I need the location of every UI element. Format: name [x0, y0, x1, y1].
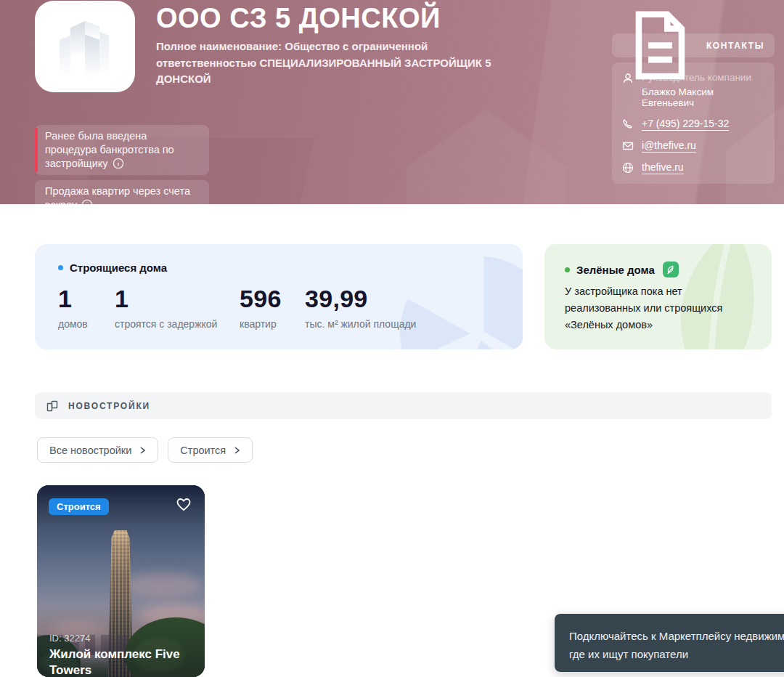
tag-bankruptcy-label: Ранее была введена процедура банкротства… [45, 130, 174, 169]
company-header: ООО СЗ 5 ДОНСКОЙ Полное наименование: Об… [0, 0, 784, 204]
under-construction-card: Строящиеся дома 1 домов 1 строятся с зад… [35, 244, 523, 349]
marketplace-tooltip: Подключайтесь к Маркетплейсу недвижимост… [555, 614, 784, 672]
stat-value: 39,99 [305, 285, 416, 313]
filter-under-construction-button[interactable]: Строится [168, 437, 253, 463]
newbuildings-filters: Все новостройки Строится [37, 437, 253, 463]
stat-label: домов [58, 318, 115, 330]
envelope-icon [622, 140, 634, 152]
filter-label: Строится [180, 445, 226, 456]
filter-label: Все новостройки [49, 445, 131, 456]
director-name: Блажко Максим Евгеньевич [642, 86, 764, 108]
buildings-icon [46, 400, 59, 413]
info-icon[interactable] [113, 158, 124, 169]
property-name: Жилой комплекс Five Towers [49, 646, 184, 677]
stat-value: 1 [115, 285, 240, 313]
director-label: Руководитель компании [642, 72, 764, 83]
contacts-section-header: КОНТАКТЫ [612, 33, 775, 57]
contact-director-row: Руководитель компании Блажко Максим Евге… [622, 72, 764, 108]
person-icon [622, 73, 634, 84]
green-homes-text: У застройщика пока нет реализованных или… [565, 283, 755, 334]
property-id: ID: 32274 [49, 633, 90, 644]
chevron-right-icon [233, 447, 240, 454]
globe-icon [622, 162, 634, 174]
tag-escrow[interactable]: Продажа квартир через счета эскроу [35, 180, 209, 204]
company-tags: Ранее была введена процедура банкротства… [35, 125, 209, 204]
green-homes-title: Зелёные дома [576, 264, 655, 276]
phone-icon [622, 118, 634, 130]
email-link[interactable]: i@thefive.ru [642, 139, 696, 151]
building-logo-icon [52, 13, 118, 80]
stat-label: строятся с задержкой [115, 318, 240, 330]
under-construction-title: Строящиеся дома [70, 262, 167, 274]
contact-phone-row: +7 (495) 229-15-32 [622, 118, 764, 130]
contact-website-row: thefive.ru [622, 161, 764, 174]
green-homes-card: Зелёные дома У застройщика пока нет реал… [544, 244, 772, 349]
contact-email-row: i@thefive.ru [622, 139, 764, 152]
tooltip-line: где их ищут покупатели [569, 646, 784, 664]
stat-value: 596 [240, 285, 305, 313]
stat-apartments: 596 квартир [240, 285, 305, 330]
phone-link[interactable]: +7 (495) 229-15-32 [642, 118, 729, 129]
page-title: ООО СЗ 5 ДОНСКОЙ [156, 3, 441, 34]
stats-row: 1 домов 1 строятся с задержкой 596 кварт… [58, 285, 416, 330]
newbuildings-section-label: НОВОСТРОЙКИ [68, 401, 150, 411]
heart-outline-icon [175, 495, 192, 513]
stat-label: квартир [240, 318, 305, 330]
under-construction-header: Строящиеся дома [58, 262, 167, 274]
leaf-icon [666, 265, 675, 275]
newbuildings-section-header: НОВОСТРОЙКИ [35, 392, 772, 419]
stat-label: тыс. м² жилой площади [305, 318, 416, 330]
green-dot-icon [565, 267, 570, 272]
tag-escrow-label: Продажа квартир через счета эскроу [45, 185, 190, 204]
status-badge: Строится [49, 498, 109, 515]
blue-dot-icon [58, 265, 63, 270]
chevron-right-icon [139, 447, 146, 454]
favorite-button[interactable] [175, 495, 192, 513]
filter-all-newbuildings-button[interactable]: Все новостройки [37, 437, 158, 463]
contacts-card: Руководитель компании Блажко Максим Евге… [612, 62, 775, 184]
property-card-five-towers[interactable]: Строится ID: 32274 Жилой комплекс Five T… [37, 485, 205, 677]
green-leaf-badge[interactable] [663, 262, 679, 277]
stat-value: 1 [58, 285, 115, 313]
website-link[interactable]: thefive.ru [642, 161, 684, 173]
green-homes-header: Зелёные дома [565, 262, 679, 277]
company-full-name: Полное наименование: Общество с ограниче… [156, 38, 519, 88]
tooltip-line: Подключайтесь к Маркетплейсу недвижимост… [569, 628, 784, 646]
info-icon[interactable] [81, 199, 93, 204]
stat-delayed: 1 строятся с задержкой [115, 285, 240, 330]
stat-area: 39,99 тыс. м² жилой площади [305, 285, 416, 330]
stat-houses: 1 домов [58, 285, 115, 330]
contacts-header-label: КОНТАКТЫ [706, 41, 764, 51]
company-logo [35, 1, 135, 92]
tag-bankruptcy[interactable]: Ранее была введена процедура банкротства… [35, 125, 209, 175]
